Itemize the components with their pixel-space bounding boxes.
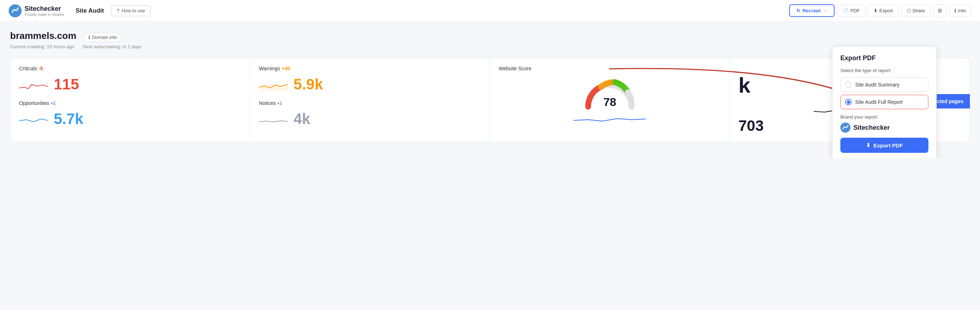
domain-info-button[interactable]: ℹ Domain info [84, 33, 122, 42]
export-pdf-button[interactable]: ⬇ Export PDF [840, 138, 928, 153]
criticals-change: -5 [38, 66, 43, 71]
criticals-card: Criticals -5 115 Opportunities +1 [11, 59, 250, 142]
export-pdf-icon: ⬇ [866, 142, 871, 149]
gauge-container: 78 [499, 74, 721, 110]
gauge-svg: 78 [581, 74, 639, 110]
logo-name: Sitechecker [24, 5, 64, 13]
logo-area: Sitechecker Proudly made in Ukraine [9, 4, 64, 17]
pdf-label: PDF [851, 8, 860, 13]
export-label: Export [879, 8, 893, 13]
site-domain: brammels.com [10, 30, 76, 41]
warnings-change: +40 [282, 66, 290, 71]
logo-text: Sitechecker Proudly made in Ukraine [24, 5, 64, 17]
gear-icon: ⚙ [937, 8, 942, 14]
info-button[interactable]: ℹ Info [949, 5, 971, 17]
site-info: brammels.com ℹ Domain info Current crawl… [10, 30, 970, 49]
radio-option-summary[interactable]: Site Audit Summary [840, 78, 928, 92]
option-full-label: Site Audit Full Report [855, 99, 903, 105]
stats-grid: Criticals -5 115 Opportunities +1 [10, 58, 970, 142]
recrawl-label: Recrawl [802, 8, 821, 13]
header-actions: ↻ Recrawl → 📄 PDF ⬇ Export ⬡ Share ⚙ ℹ I… [789, 4, 971, 17]
how-to-use-label: How to use [122, 8, 145, 13]
pdf-button[interactable]: 📄 PDF [837, 5, 865, 17]
brand-label: Brand your report: [840, 114, 928, 120]
radio-circle-summary [845, 81, 851, 88]
notices-value: 4k [294, 110, 311, 128]
export-icon: ⬇ [873, 8, 878, 13]
opportunities-change: +1 [51, 101, 56, 106]
option-summary-label: Site Audit Summary [855, 82, 899, 88]
info-circle-icon: ℹ [88, 35, 90, 40]
affected-pages-label: fected pages [932, 98, 963, 104]
current-crawling: Current crawling: 15 hours ago [10, 44, 74, 49]
opportunities-section: Opportunities +1 5.7k [19, 100, 242, 128]
svg-rect-1 [259, 84, 288, 91]
next-autocrawling: Next autocrawling: in 2 days [83, 44, 142, 49]
criticals-value-row: 115 [19, 76, 242, 93]
notices-sparkline [259, 112, 288, 126]
warnings-card: Warnings +40 5.9k Notices +1 [250, 59, 490, 142]
domain-info-label: Domain info [92, 35, 117, 40]
website-score-card: Website Score 78 [490, 59, 730, 142]
warnings-value: 5.9k [294, 76, 323, 93]
info-label: Info [958, 8, 966, 13]
how-to-use-button[interactable]: ? How to use [111, 5, 151, 16]
main-content: brammels.com ℹ Domain info Current crawl… [0, 22, 980, 158]
score-bottom-sparkline [499, 113, 721, 125]
share-icon: ⬡ [907, 8, 911, 13]
score-sparkline [499, 113, 721, 124]
brand-name: Sitechecker [853, 124, 890, 131]
recrawl-arrow: → [822, 8, 827, 13]
export-pdf-title: Export PDF [840, 54, 928, 62]
page-title: Site Audit [76, 7, 104, 14]
fourth-bottom-value: 703 [738, 117, 764, 134]
notices-section: Notices +1 4k [259, 100, 481, 128]
opportunities-sparkline [19, 112, 48, 126]
criticals-label: Criticals -5 [19, 66, 242, 71]
opportunities-value: 5.7k [54, 110, 83, 128]
warnings-sparkline [259, 77, 288, 92]
radio-circle-full [845, 99, 851, 105]
share-button[interactable]: ⬡ Share [901, 5, 931, 17]
opportunities-value-row: 5.7k [19, 110, 242, 128]
criticals-value: 115 [54, 76, 79, 93]
settings-button[interactable]: ⚙ [933, 4, 946, 17]
radio-option-full[interactable]: Site Audit Full Report [840, 95, 928, 109]
header: Sitechecker Proudly made in Ukraine Site… [0, 0, 980, 22]
share-label: Share [913, 8, 925, 13]
recrawl-button[interactable]: ↻ Recrawl → [789, 4, 835, 17]
brand-row: Sitechecker [840, 123, 928, 133]
brand-logo-icon [840, 123, 851, 133]
criticals-sparkline [19, 77, 48, 92]
site-header-row: brammels.com ℹ Domain info [10, 30, 970, 42]
export-select-label: Select the type of report: [840, 68, 928, 73]
info-icon: ℹ [955, 8, 956, 13]
question-icon: ? [116, 8, 119, 14]
pdf-icon: 📄 [843, 8, 849, 13]
svg-point-0 [9, 4, 22, 17]
export-button[interactable]: ⬇ Export [868, 5, 899, 17]
recrawl-icon: ↻ [796, 8, 800, 13]
notices-value-row: 4k [259, 110, 481, 128]
svg-text:78: 78 [603, 95, 616, 109]
export-pdf-btn-label: Export PDF [873, 142, 903, 149]
logo-subtitle: Proudly made in Ukraine [24, 13, 64, 17]
opportunities-label: Opportunities +1 [19, 100, 242, 106]
logo-icon [9, 4, 22, 17]
export-pdf-dropdown: Export PDF Select the type of report: Si… [832, 46, 937, 158]
warnings-label: Warnings +40 [259, 66, 481, 71]
score-label: Website Score [499, 66, 721, 71]
notices-label: Notices +1 [259, 100, 481, 106]
crawl-info: Current crawling: 15 hours ago Next auto… [10, 44, 970, 49]
notices-change: +1 [277, 101, 282, 106]
warnings-value-row: 5.9k [259, 76, 481, 93]
